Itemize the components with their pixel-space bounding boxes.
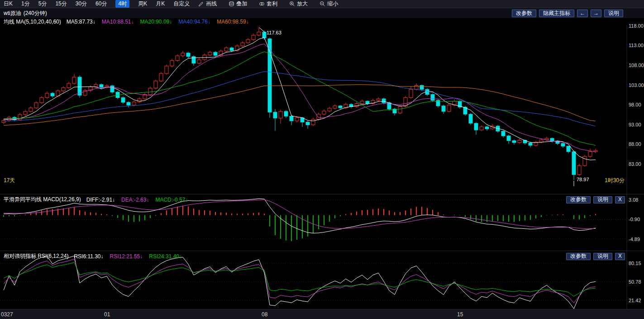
rsi-header: 相对强弱指标 RSI(6,12,24) RSI6:11.30↓RSI12:21.… — [0, 252, 644, 260]
macd-value-0: DIFF:-2.91↓ — [86, 197, 115, 203]
draw-line-tool[interactable]: 画线 — [198, 0, 217, 8]
period-15min[interactable]: 15分 — [55, 0, 67, 8]
rsi-value-2: RSI24:31.40↓ — [149, 253, 182, 260]
zoom-in-icon — [289, 1, 295, 7]
high-price-annotation: 117.63 — [267, 30, 281, 35]
macd-close-button[interactable]: X — [615, 196, 625, 203]
time-axis-label: 15 — [457, 311, 463, 318]
bar-countdown-label: 1时30分 — [605, 177, 625, 184]
time-axis-label: 08 — [262, 311, 267, 318]
price-axis-label: 118.00 — [629, 23, 644, 29]
period-30min[interactable]: 30分 — [76, 0, 87, 8]
rsi-axis-label: 21.42 — [629, 298, 641, 303]
tool-label: 缩小 — [327, 0, 338, 8]
zoom-out-icon — [320, 1, 325, 7]
period-monthly-k[interactable]: 月K — [156, 0, 165, 8]
rsi-header-buttons: 改参数 说明 X — [566, 253, 625, 260]
main-indicator-legend: 均线 MA(5,10,20,40,60) MA5:87.73↓MA10:88.5… — [0, 18, 255, 25]
pencil-icon — [198, 1, 204, 7]
macd-header: 平滑异同平均线 MACD(12,26,9) DIFF:-2.91↓DEA:-2.… — [0, 196, 644, 203]
rsi-axis-label: 50.78 — [629, 279, 641, 285]
macd-help-button[interactable]: 说明 — [593, 196, 612, 203]
low-price-annotation: 78.97 — [577, 177, 589, 182]
rsi-axis-label: 80.15 — [629, 261, 641, 266]
main-chart-canvas[interactable] — [0, 25, 644, 194]
rsi-change-params-button[interactable]: 改参数 — [566, 253, 591, 260]
main-indicator-title: 均线 MA(5,10,20,40,60) — [4, 18, 61, 26]
period-5min[interactable]: 5分 — [38, 0, 47, 8]
ma-values: MA5:87.73↓MA10:88.51↓MA20:90.09↓MA40:94.… — [67, 19, 255, 25]
chart-titlebar: wti原油 (240分钟) 改参数 隐藏主指标 ← → 说明 — [0, 8, 644, 18]
period-weekly-k[interactable]: 周K — [138, 0, 147, 8]
rsi-values: RSI6:11.30↓RSI12:21.55↓RSI24:31.40↓ — [74, 253, 188, 260]
zoom-out-tool[interactable]: 缩小 — [320, 0, 338, 8]
arbitrage-icon — [259, 1, 265, 7]
tool-label: 画线 — [206, 0, 217, 8]
zoom-in-tool[interactable]: 放大 — [289, 0, 308, 8]
symbol-title: wti原油 — [4, 10, 21, 17]
arbitrage-tool[interactable]: 套利 — [259, 0, 277, 8]
ma-value-1: MA10:88.51↓ — [102, 19, 134, 25]
ma-value-0: MA5:87.73↓ — [67, 19, 95, 25]
price-axis-label: 88.00 — [629, 141, 641, 147]
rsi-value-0: RSI6:11.30↓ — [74, 253, 103, 260]
help-button[interactable]: 说明 — [604, 10, 623, 17]
macd-value-1: DEA:-2.63↓ — [121, 197, 149, 203]
macd-indicator-title: 平滑异同平均线 MACD(12,26,9) — [4, 196, 81, 203]
tool-label: 套利 — [267, 0, 277, 8]
ma-value-2: MA20:90.09↓ — [140, 19, 172, 25]
ma-value-4: MA60:98.59↓ — [217, 19, 249, 25]
macd-header-buttons: 改参数 说明 X — [566, 196, 625, 203]
tool-label: 放大 — [297, 0, 308, 8]
symbol-period: (240分钟) — [24, 10, 47, 17]
scroll-left-button[interactable]: ← — [577, 10, 588, 17]
change-params-button[interactable]: 改参数 — [512, 10, 536, 17]
price-axis-label: 113.00 — [629, 43, 644, 48]
rsi-value-1: RSI12:21.55↓ — [110, 253, 143, 260]
overlay-tool[interactable]: 叠加 — [229, 0, 247, 8]
period-1min[interactable]: 1分 — [21, 0, 30, 8]
price-axis-label: 108.00 — [629, 63, 644, 68]
titlebar-buttons: 改参数 隐藏主指标 ← → 说明 — [512, 10, 640, 17]
macd-change-params-button[interactable]: 改参数 — [566, 196, 591, 203]
rsi-indicator-title: 相对强弱指标 RSI(6,12,24) — [4, 252, 68, 260]
layers-icon — [229, 1, 234, 7]
rsi-panel[interactable]: 相对强弱指标 RSI(6,12,24) RSI6:11.30↓RSI12:21.… — [0, 251, 644, 309]
period-daily-k[interactable]: 日K — [4, 0, 13, 8]
main-chart[interactable]: 117.63 78.97 17天 1时30分 118.00113.00108.0… — [0, 25, 644, 194]
rsi-close-button[interactable]: X — [615, 253, 625, 260]
time-axis: 0327010815 — [0, 309, 644, 319]
price-axis-label: 83.00 — [629, 161, 641, 167]
macd-values: DIFF:-2.91↓DEA:-2.63↓MACD:-0.57↓ — [86, 197, 195, 203]
price-axis-label: 103.00 — [629, 82, 644, 88]
period-buttons: 日K1分5分15分30分60分4时周K月K自定义 — [4, 0, 198, 8]
rsi-help-button[interactable]: 说明 — [593, 253, 612, 260]
period-60min[interactable]: 60分 — [95, 0, 107, 8]
price-axis-label: 98.00 — [629, 102, 641, 107]
period-custom[interactable]: 自定义 — [173, 0, 190, 8]
tool-buttons: 画线叠加套利放大缩小 — [198, 0, 350, 8]
hide-main-indicator-button[interactable]: 隐藏主指标 — [539, 10, 574, 17]
macd-axis-label: -4.89 — [629, 237, 640, 242]
scroll-right-button[interactable]: → — [591, 10, 601, 17]
macd-axis-label: 3.08 — [629, 197, 638, 203]
ma-value-3: MA40:94.76↓ — [178, 19, 210, 25]
trading-app: 日K1分5分15分30分60分4时周K月K自定义 画线叠加套利放大缩小 wti原… — [0, 0, 644, 319]
tool-label: 叠加 — [236, 0, 247, 8]
macd-value-2: MACD:-0.57↓ — [155, 197, 188, 203]
period-4hour[interactable]: 4时 — [115, 0, 129, 8]
macd-panel[interactable]: 平滑异同平均线 MACD(12,26,9) DIFF:-2.91↓DEA:-2.… — [0, 194, 644, 251]
time-axis-label: 01 — [104, 311, 110, 318]
price-axis-label: 93.00 — [629, 122, 641, 127]
top-toolbar: 日K1分5分15分30分60分4时周K月K自定义 画线叠加套利放大缩小 — [0, 0, 644, 8]
time-axis-label: 0327 — [1, 311, 13, 318]
visible-range-label: 17天 — [4, 177, 15, 184]
macd-axis-label: -0.90 — [629, 217, 640, 222]
